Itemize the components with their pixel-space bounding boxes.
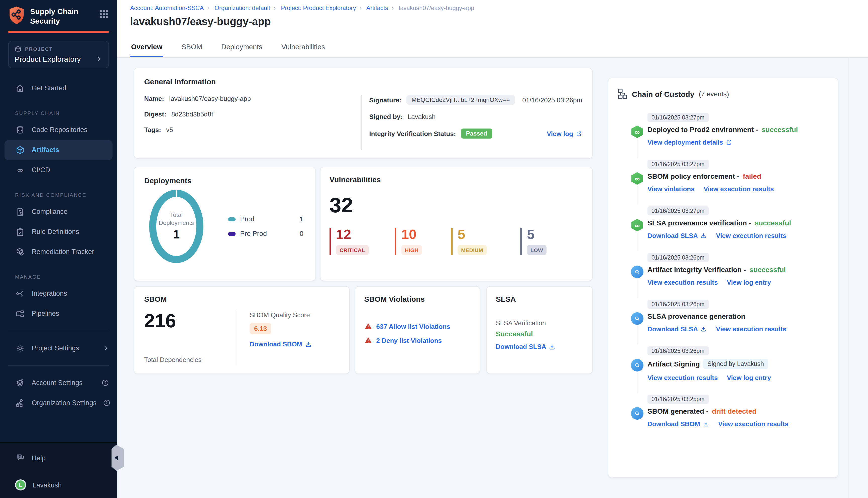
- gear-icon: [15, 344, 25, 353]
- timeline-event: 01/16/2025 03:26pm SLSA provenance gener…: [617, 299, 829, 333]
- download-icon: [549, 343, 556, 350]
- sidebar-item-label: Rule Definitions: [31, 228, 79, 235]
- sidebar-item-account-settings[interactable]: Account Settings: [0, 373, 117, 393]
- scan-event-icon: [631, 359, 644, 371]
- scan-event-icon: [631, 407, 644, 420]
- view-execution-results-link[interactable]: View execution results: [647, 374, 718, 381]
- allow-list-violations-link[interactable]: 637 Allow list Violations: [376, 323, 450, 330]
- supply-chain-security-logo-icon: [8, 6, 25, 25]
- name-label: Name:: [144, 95, 164, 102]
- deployments-card: Deployments TotalDeployments 1: [134, 167, 316, 281]
- vulnerabilities-total: 32: [329, 195, 583, 216]
- sidebar-item-label: Remediation Tracker: [31, 248, 94, 255]
- pipeline-event-icon: ∞: [631, 126, 644, 138]
- deny-list-violations-link[interactable]: 2 Deny list Violations: [376, 337, 442, 344]
- timeline-event: 01/16/2025 03:26pm Artifact Integrity Ve…: [617, 252, 829, 287]
- download-slsa-link[interactable]: Download SLSA: [496, 343, 556, 350]
- sidebar-item-code-repositories[interactable]: Code Repositories: [0, 120, 117, 140]
- sidebar-item-label: Account Settings: [31, 379, 95, 386]
- view-log-label: View log: [547, 130, 573, 137]
- content: General Information Name:lavakush07/easy…: [117, 58, 868, 498]
- sidebar-item-rule-definitions[interactable]: Rule Definitions: [0, 222, 117, 242]
- remediation-box-icon: [15, 247, 25, 256]
- sidebar-item-project-settings[interactable]: Project Settings: [0, 338, 117, 358]
- download-sbom-link[interactable]: Download SBOM: [250, 340, 312, 348]
- general-information-card: General Information Name:lavakush07/easy…: [134, 68, 593, 159]
- tab-overview[interactable]: Overview: [130, 39, 164, 57]
- download-slsa-link[interactable]: Download SLSA: [647, 325, 707, 333]
- app: Supply Chain Security PROJECT: [0, 0, 868, 498]
- integrations-icon: [15, 289, 25, 298]
- help-chat-icon: [15, 453, 25, 462]
- breadcrumb-artifacts[interactable]: Artifacts: [366, 4, 388, 12]
- view-log-entry-link[interactable]: View log entry: [727, 374, 771, 381]
- view-log-entry-link[interactable]: View log entry: [727, 279, 771, 286]
- view-execution-results-link[interactable]: View execution results: [703, 185, 774, 193]
- sidebar-collapse-handle[interactable]: [112, 445, 124, 471]
- download-icon: [305, 341, 312, 348]
- sidebar-item-help[interactable]: Help: [0, 448, 117, 468]
- sidebar-item-compliance[interactable]: Compliance: [0, 201, 117, 222]
- info-icon[interactable]: [103, 399, 111, 407]
- artifact-name-value: lavakush07/easy-buggy-app: [169, 95, 251, 102]
- sidebar-item-organization-settings[interactable]: Organization Settings: [0, 393, 117, 413]
- breadcrumb-account[interactable]: Account: Automation-SSCA: [130, 4, 204, 12]
- breadcrumb-organization[interactable]: Organization: default: [215, 4, 270, 12]
- project-cube-icon: [15, 45, 22, 52]
- pipeline-event-icon: ∞: [631, 219, 644, 232]
- total-dependencies-label: Total Dependencies: [144, 356, 202, 364]
- project-selector[interactable]: PROJECT Product Exploratory: [8, 40, 109, 68]
- download-slsa-link[interactable]: Download SLSA: [647, 232, 707, 239]
- sidebar-item-pipelines[interactable]: Pipelines: [0, 303, 117, 324]
- external-link-icon: [726, 139, 733, 146]
- view-deployment-details-link[interactable]: View deployment details: [647, 139, 733, 146]
- card-title: General Information: [144, 77, 582, 86]
- events-count: (7 events): [699, 90, 729, 97]
- event-status: successful: [755, 219, 791, 227]
- timeline-event: ∞ 01/16/2025 03:27pm Deployed to Prod2 e…: [617, 113, 829, 147]
- view-log-link[interactable]: View log: [547, 130, 582, 137]
- sidebar-item-label: Help: [31, 454, 46, 462]
- tab-vulnerabilities[interactable]: Vulnerabilities: [280, 39, 326, 57]
- sidebar-item-cicd[interactable]: ∞ CI/CD: [0, 160, 117, 180]
- sidebar-item-integrations[interactable]: Integrations: [0, 284, 117, 303]
- sidebar-divider: [8, 331, 109, 331]
- sidebar-item-artifacts[interactable]: Artifacts: [4, 140, 113, 160]
- tab-deployments[interactable]: Deployments: [220, 39, 263, 57]
- legend-label: Prod: [240, 215, 255, 223]
- low-count: 5: [527, 228, 560, 241]
- timeline-event: ∞ 01/16/2025 03:27pm SLSA provenance ver…: [617, 206, 829, 240]
- signature-value[interactable]: MEQCICde2VjIT...bL+2+mqnOXw==: [406, 95, 515, 105]
- breadcrumb-project[interactable]: Project: Product Exploratory: [281, 4, 356, 12]
- view-execution-results-link[interactable]: View execution results: [718, 420, 788, 428]
- deployments-legend: Prod 1 Pre Prod 0: [228, 208, 303, 245]
- info-icon[interactable]: [102, 379, 109, 386]
- section-supply-chain: SUPPLY CHAIN: [15, 110, 117, 116]
- sidebar-item-remediation-tracker[interactable]: Remediation Tracker: [0, 242, 117, 262]
- download-sbom-link[interactable]: Download SBOM: [647, 420, 709, 428]
- breadcrumb: Account: Automation-SSCA› Organization: …: [117, 0, 868, 12]
- project-name: Product Exploratory: [15, 54, 81, 63]
- module-grid-icon[interactable]: [99, 6, 110, 19]
- project-label: PROJECT: [25, 46, 53, 52]
- view-execution-results-link[interactable]: View execution results: [716, 232, 786, 239]
- artifact-cube-icon: [15, 145, 25, 154]
- tab-sbom[interactable]: SBOM: [181, 39, 203, 57]
- view-execution-results-link[interactable]: View execution results: [647, 279, 718, 286]
- view-execution-results-link[interactable]: View execution results: [716, 325, 786, 333]
- integrity-status-label: Integrity Verification Status:: [369, 130, 456, 137]
- slsa-verification-label: SLSA Verification: [496, 319, 583, 327]
- card-title: SLSA: [496, 295, 583, 303]
- timeline-event: ∞ 01/16/2025 03:27pm SBOM policy enforce…: [617, 159, 829, 193]
- event-timestamp: 01/16/2025 03:26pm: [647, 253, 709, 262]
- section-risk-compliance: RISK AND COMPLIANCE: [15, 192, 117, 198]
- sbom-quality-score-value: 6.13: [250, 323, 272, 335]
- sidebar-item-get-started[interactable]: Get Started: [0, 78, 117, 98]
- event-timestamp: 01/16/2025 03:27pm: [647, 160, 709, 169]
- view-violations-link[interactable]: View violations: [647, 185, 695, 193]
- legend-item-prod: Prod 1: [228, 215, 303, 223]
- scroll-gutter-line: [848, 58, 848, 498]
- download-icon: [702, 421, 709, 427]
- sidebar-item-user[interactable]: L Lavakush: [0, 475, 117, 495]
- low-badge: LOW: [527, 245, 546, 255]
